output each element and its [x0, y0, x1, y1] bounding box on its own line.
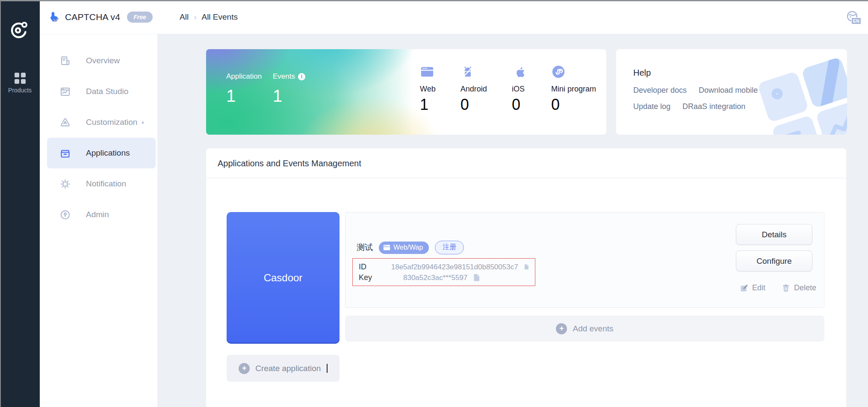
- breadcrumb-root[interactable]: All: [180, 12, 189, 22]
- data-studio-icon: [59, 86, 71, 97]
- sidebar-item-overview[interactable]: Overview: [47, 45, 156, 76]
- id-label: ID: [359, 262, 391, 271]
- window-edge: [0, 0, 1, 407]
- application-tile[interactable]: Casdoor: [227, 212, 340, 344]
- platform-tag: Web/Wap: [379, 242, 429, 254]
- sidebar-item-label: Admin: [86, 210, 109, 219]
- key-value: 830a52c3ac***5597: [403, 274, 467, 282]
- configure-button[interactable]: Configure: [736, 251, 812, 271]
- add-events-button[interactable]: + Add events: [345, 316, 824, 342]
- platform-stats: Web 1 Android 0 iOS 0: [420, 65, 596, 114]
- events-stat: Events i 1: [273, 72, 305, 106]
- create-application-label: Create application: [255, 364, 321, 373]
- platform-label: iOS: [512, 85, 526, 94]
- web-tag-icon: [383, 245, 390, 251]
- mini-program-icon: [551, 65, 566, 79]
- platform-label: Android: [461, 85, 487, 94]
- overview-icon: [59, 55, 71, 67]
- edit-action[interactable]: Edit: [740, 283, 765, 292]
- top-header: All › All Events EN: [157, 0, 868, 34]
- geetest-logo-icon[interactable]: [9, 20, 29, 40]
- sidebar-item-label: Data Studio: [86, 87, 128, 96]
- sidebar-item-admin[interactable]: Admin: [47, 199, 156, 230]
- notification-icon: [59, 178, 71, 190]
- sidebar-item-notification[interactable]: Notification: [47, 168, 156, 199]
- product-title: CAPTCHA v4: [65, 12, 120, 22]
- platform-label: Mini program: [551, 85, 596, 94]
- products-grid-icon: [15, 73, 26, 84]
- content-area: Application 1 Events i 1 Web 1: [157, 34, 868, 407]
- sidebar-item-label: Overview: [86, 56, 120, 65]
- credentials-box: ID 18e5af2b9946423e98151d0b850053c7 Key …: [352, 258, 535, 286]
- collapse-arrow-icon[interactable]: ▲: [140, 119, 145, 124]
- language-label: EN: [851, 18, 861, 24]
- help-illustration: [757, 55, 847, 135]
- platform-ios: iOS 0: [512, 65, 526, 114]
- sidebar-item-label: Applications: [86, 148, 130, 158]
- info-icon[interactable]: i: [298, 73, 305, 80]
- captcha-pointer-icon: [49, 11, 61, 23]
- platform-label: Web: [420, 85, 436, 94]
- key-row: Key 830a52c3ac***5597: [359, 272, 529, 283]
- key-label: Key: [359, 273, 403, 282]
- plan-badge: Free: [127, 12, 153, 23]
- help-link-draas[interactable]: DRaaS integration: [682, 102, 745, 111]
- platform-android: Android 0: [461, 65, 487, 114]
- help-link-developer-docs[interactable]: Developer docs: [633, 86, 687, 95]
- help-link-update-log[interactable]: Update log: [633, 102, 670, 111]
- text-cursor: [327, 364, 328, 373]
- applications-icon: [59, 147, 71, 159]
- help-title: Help: [633, 68, 651, 78]
- create-application-button[interactable]: + Create application: [227, 355, 340, 382]
- plus-icon: +: [239, 363, 250, 374]
- language-switcher[interactable]: EN: [847, 11, 861, 24]
- sidebar: CAPTCHA v4 Free Overview Data Studio Cus…: [40, 0, 157, 407]
- event-panel: 测试 Web/Wap 注册 ID 18e5af2b9946423e98151d0…: [345, 212, 824, 308]
- events-stat-value: 1: [273, 86, 305, 106]
- id-row: ID 18e5af2b9946423e98151d0b850053c7: [359, 262, 529, 272]
- sidebar-item-data-studio[interactable]: Data Studio: [47, 76, 156, 107]
- management-title: Applications and Events Management: [206, 148, 846, 178]
- window-edge: [0, 0, 868, 1]
- platform-value: 0: [551, 96, 596, 114]
- sidebar-nav: Overview Data Studio Customization ▲ App…: [40, 45, 157, 230]
- apple-icon: [512, 65, 526, 79]
- plus-icon: +: [556, 323, 567, 334]
- sidebar-item-customization[interactable]: Customization ▲: [47, 107, 156, 138]
- application-stat-label: Application: [226, 72, 262, 81]
- edit-icon: [740, 284, 748, 292]
- breadcrumb-current: All Events: [201, 12, 237, 22]
- trash-icon: [782, 284, 790, 292]
- edit-label: Edit: [752, 283, 765, 292]
- id-value: 18e5af2b9946423e98151d0b850053c7: [391, 263, 518, 271]
- add-events-label: Add events: [573, 324, 613, 333]
- sidebar-item-label: Customization: [86, 118, 137, 127]
- sidebar-header: CAPTCHA v4 Free: [40, 0, 157, 34]
- copy-icon[interactable]: [473, 274, 480, 282]
- help-card: Help Developer docs Download mobile SDK …: [616, 49, 847, 135]
- android-icon: [461, 65, 475, 79]
- customization-icon: [59, 117, 71, 128]
- application-stat: Application 1: [226, 72, 262, 106]
- chevron-right-icon: ›: [194, 12, 196, 22]
- stats-card: Application 1 Events i 1 Web 1: [206, 49, 606, 135]
- details-button[interactable]: Details: [736, 224, 812, 245]
- platform-value: 0: [461, 96, 487, 114]
- application-stat-value: 1: [226, 86, 262, 106]
- sidebar-item-applications[interactable]: Applications: [47, 138, 156, 168]
- events-stat-label: Events: [273, 72, 295, 81]
- platform-tag-label: Web/Wap: [393, 244, 423, 251]
- event-type-tag: 注册: [435, 241, 464, 254]
- application-name: Casdoor: [264, 272, 303, 284]
- products-menu[interactable]: Products: [0, 71, 40, 94]
- platform-web: Web 1: [420, 65, 436, 114]
- delete-action[interactable]: Delete: [782, 283, 816, 292]
- delete-label: Delete: [794, 283, 816, 292]
- product-rail: Products: [0, 0, 40, 407]
- web-icon: [420, 65, 434, 79]
- breadcrumb: All › All Events: [180, 0, 238, 34]
- admin-icon: [59, 209, 71, 221]
- products-label: Products: [0, 87, 40, 94]
- copy-icon[interactable]: [524, 263, 529, 271]
- event-name: 测试: [357, 242, 373, 253]
